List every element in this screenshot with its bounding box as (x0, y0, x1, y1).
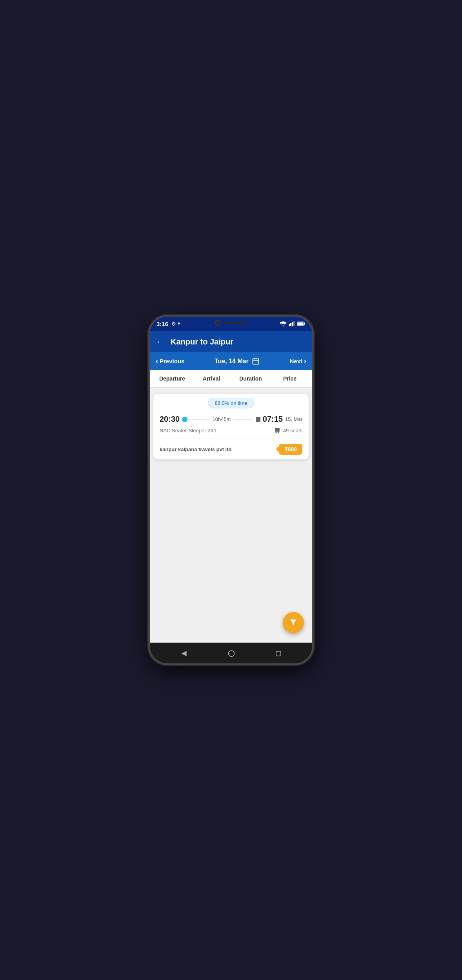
svg-rect-13 (275, 431, 280, 432)
back-button[interactable]: ← (156, 337, 164, 347)
operator-name: kanpur kalpana travels pvt ltd (160, 446, 232, 452)
departure-time: 20:30 (160, 415, 180, 424)
on-time-pill: 88.0% on time (208, 398, 254, 408)
svg-rect-2 (290, 323, 291, 326)
svg-point-17 (228, 651, 234, 657)
seat-icon (274, 427, 281, 434)
calendar-icon[interactable] (252, 357, 260, 365)
app-header: ← Kanpur to Jaipur (149, 331, 313, 352)
bus-type: NAC Seater-Sleeper 2X1 (160, 428, 216, 434)
svg-rect-1 (289, 324, 290, 326)
phone-frame: 3:16 ⚙ • (149, 315, 313, 665)
main-content: 88.0% on time 20:30 10h45m 07:15 15, Mar (149, 388, 313, 623)
arrival-info: 07:15 15, Mar (263, 415, 302, 424)
signal-icon (289, 321, 295, 326)
wifi-icon (280, 321, 287, 326)
chevron-right-icon: › (304, 357, 306, 365)
column-headers: Departure Arrival Duration Price (149, 370, 313, 388)
bus-card[interactable]: 88.0% on time 20:30 10h45m 07:15 15, Mar (153, 394, 309, 459)
svg-rect-14 (275, 432, 276, 434)
arrival-date: 15, Mar (285, 416, 302, 422)
operator-price: kanpur kalpana travels pvt ltd ₹600 (153, 439, 309, 459)
nav-back-button[interactable] (180, 650, 188, 658)
nav-home-button[interactable] (227, 650, 235, 658)
gear-icon: ⚙ (171, 321, 176, 327)
bus-details: NAC Seater-Sleeper 2X1 49 seats (153, 426, 309, 439)
previous-button[interactable]: ‹ Previous (156, 357, 184, 365)
svg-rect-8 (253, 359, 258, 364)
departure-header: Departure (153, 375, 192, 382)
line-segment-right (233, 419, 253, 420)
date-display: Tue, 14 Mar (215, 357, 260, 365)
svg-marker-16 (182, 651, 187, 656)
svg-rect-15 (278, 432, 279, 434)
on-time-badge-container: 88.0% on time (153, 394, 309, 410)
screen: 3:16 ⚙ • (149, 315, 313, 665)
status-icons: ⚙ • (171, 320, 180, 327)
svg-rect-3 (292, 322, 293, 326)
battery-icon (297, 321, 306, 326)
duration-header: Duration (231, 375, 270, 382)
date-navigation: ‹ Previous Tue, 14 Mar Next › (149, 352, 313, 370)
svg-rect-18 (276, 651, 281, 656)
nav-recents-button[interactable] (275, 650, 282, 657)
bottom-navigation (149, 643, 313, 665)
notification-dot: • (178, 320, 180, 327)
seats-info: 49 seats (274, 427, 302, 434)
route-line: 10h45m (190, 416, 253, 422)
svg-rect-6 (304, 323, 305, 325)
svg-rect-12 (275, 428, 280, 431)
chevron-left-icon: ‹ (156, 357, 158, 365)
arrival-header: Arrival (192, 375, 231, 382)
speaker (224, 322, 247, 324)
duration-text: 10h45m (212, 416, 231, 422)
route-info: 20:30 10h45m 07:15 15, Mar (153, 410, 309, 426)
page-title: Kanpur to Jaipur (171, 337, 233, 346)
line-segment-left (190, 419, 210, 420)
filter-icon (289, 618, 298, 627)
price-tag[interactable]: ₹600 (279, 444, 302, 455)
next-button[interactable]: Next › (289, 357, 306, 365)
svg-rect-7 (297, 322, 304, 325)
seats-available: 49 seats (283, 428, 302, 434)
status-left: 3:16 ⚙ • (156, 320, 180, 327)
departure-dot (182, 417, 187, 422)
filter-fab[interactable] (283, 612, 304, 633)
arrival-square (256, 417, 260, 422)
arrival-time: 07:15 (263, 415, 283, 424)
price-value: ₹600 (284, 446, 297, 452)
price-header: Price (270, 375, 309, 382)
svg-rect-4 (293, 321, 295, 326)
svg-point-0 (283, 326, 284, 327)
status-right (280, 321, 306, 326)
status-time: 3:16 (156, 321, 168, 327)
camera (215, 320, 220, 326)
phone-top-bar (215, 320, 247, 326)
